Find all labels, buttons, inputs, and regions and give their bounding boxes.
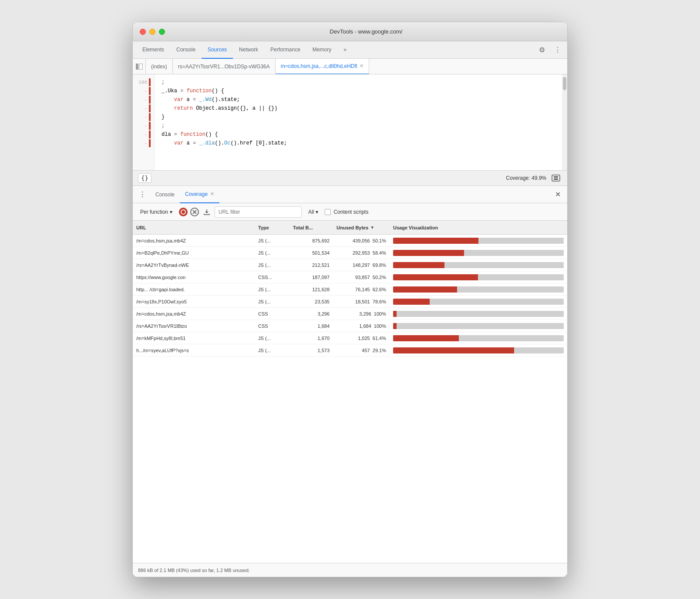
- panel-tab-coverage-close-icon[interactable]: ✕: [210, 191, 214, 197]
- content-scripts-checkbox[interactable]: [325, 209, 331, 215]
- coverage-panel-icon[interactable]: [550, 172, 562, 184]
- table-row[interactable]: /rs=AA2YrTssrVR1lBtzo CSS 1,684 1,684 10…: [133, 320, 567, 332]
- th-unused[interactable]: Unused Bytes ▼: [333, 225, 390, 230]
- format-button[interactable]: {}: [138, 173, 151, 183]
- th-type[interactable]: Type: [255, 225, 289, 230]
- file-tab-rs-label: rs=AA2YrTssrVR1...Obv1DSp-vWG36A: [178, 64, 270, 70]
- tab-performance[interactable]: Performance: [264, 41, 306, 59]
- close-button[interactable]: [140, 29, 146, 35]
- tab-sources[interactable]: Sources: [202, 41, 233, 59]
- td-type: JS (...: [255, 238, 289, 243]
- file-tab-m[interactable]: m=cdos,hsm,jsa,...c,dtl0hd,eHDfl ✕: [276, 59, 370, 74]
- td-viz: [390, 347, 567, 353]
- coverage-indicator: [149, 139, 151, 147]
- td-unused: 76,145 62.6%: [333, 287, 390, 292]
- url-filter-input[interactable]: [215, 206, 302, 218]
- viz-bar-container: [393, 347, 564, 353]
- file-tabs: (index) rs=AA2YrTssrVR1...Obv1DSp-vWG36A…: [133, 59, 567, 74]
- td-type: CSS: [255, 323, 289, 329]
- td-type: JS (...: [255, 336, 289, 341]
- record-button[interactable]: [179, 208, 188, 216]
- panel-tab-console[interactable]: Console: [150, 186, 180, 203]
- table-row[interactable]: /m=cdos,hsm,jsa,mb4Z CSS 3,296 3,296 100…: [133, 308, 567, 320]
- minimize-button[interactable]: [149, 29, 155, 35]
- table-row[interactable]: /rs=AA2YrTvBynad-nWE JS (... 212,521 148…: [133, 259, 567, 271]
- tab-network[interactable]: Network: [233, 41, 264, 59]
- viz-bar-used: [393, 274, 478, 280]
- table-row[interactable]: https://www.google.con CSS... 187,097 93…: [133, 271, 567, 283]
- line-number-180: 180: [133, 78, 154, 87]
- tab-console[interactable]: Console: [170, 41, 202, 59]
- coverage-indicator: [149, 122, 151, 130]
- td-type: JS (...: [255, 287, 289, 292]
- td-url: /m=B2qlPe,DhPYme,GU: [133, 250, 255, 256]
- file-tab-m-close-icon[interactable]: ✕: [360, 63, 363, 69]
- coverage-table: URL Type Total B... Unused Bytes ▼ Usage…: [133, 221, 567, 563]
- tab-more[interactable]: »: [337, 41, 353, 59]
- panel-tabs: ⋮ Console Coverage ✕ ✕: [133, 186, 567, 203]
- all-dropdown[interactable]: All ▾: [304, 207, 322, 217]
- td-viz: [390, 274, 567, 280]
- th-total[interactable]: Total B...: [289, 225, 333, 230]
- panel-tab-console-label: Console: [155, 192, 175, 198]
- coverage-indicator: [149, 113, 151, 121]
- code-line-2: _.Uka = function() {: [162, 87, 555, 95]
- export-button[interactable]: [202, 207, 212, 217]
- td-url: /m=cdos,hsm,jsa,mb4Z: [133, 238, 255, 243]
- per-function-label: Per function: [140, 209, 168, 215]
- svg-rect-0: [136, 64, 138, 70]
- code-line-8: var a = _.dla().Oc().href [0].state;: [162, 139, 555, 148]
- viz-bar-container: [393, 311, 564, 317]
- table-row[interactable]: /m=cdos,hsm,jsa,mb4Z JS (... 875,692 439…: [133, 235, 567, 247]
- code-content: ; _.Uka = function() { var a = _.Wd().st…: [155, 74, 562, 170]
- line-number-dash-1: -: [133, 87, 154, 95]
- tab-memory[interactable]: Memory: [306, 41, 337, 59]
- maximize-button[interactable]: [159, 29, 165, 35]
- viz-bar-container: [393, 299, 564, 305]
- title-bar: DevTools - www.google.com/: [133, 22, 567, 41]
- td-type: JS (...: [255, 299, 289, 304]
- vertical-scrollbar[interactable]: [562, 74, 567, 170]
- td-type: CSS...: [255, 275, 289, 280]
- panel-tab-coverage[interactable]: Coverage ✕: [180, 186, 219, 203]
- sidebar-toggle-icon[interactable]: [133, 59, 146, 74]
- table-row[interactable]: /m=kMFpHd,sy8l,bm51 JS (... 1,670 1,025 …: [133, 332, 567, 344]
- window-title: DevTools - www.google.com/: [172, 28, 560, 35]
- td-viz: [390, 323, 567, 329]
- tab-more-label: »: [343, 47, 347, 53]
- tab-console-label: Console: [176, 47, 195, 53]
- file-tab-rs[interactable]: rs=AA2YrTssrVR1...Obv1DSp-vWG36A: [173, 59, 276, 74]
- tab-memory-label: Memory: [313, 47, 331, 53]
- td-unused: 1,684 100%: [333, 323, 390, 329]
- table-row[interactable]: http... /cb=gapi.loaded. JS (... 121,628…: [133, 283, 567, 296]
- content-scripts-label: Content scripts: [325, 209, 368, 215]
- td-total: 3,296: [289, 311, 333, 316]
- coverage-indicator: [149, 78, 151, 86]
- td-type: JS (...: [255, 262, 289, 268]
- table-row[interactable]: /m=sy18x,P10Owf,syo5 JS (... 23,535 18,5…: [133, 296, 567, 308]
- panel-menu-icon[interactable]: ⋮: [136, 188, 148, 201]
- table-row[interactable]: h.../m=syev,aLUfP?xjs=s JS (... 1,573 45…: [133, 344, 567, 357]
- td-type: JS (...: [255, 348, 289, 353]
- file-tab-index[interactable]: (index): [146, 59, 173, 74]
- bottom-bar: {} Coverage: 49.9%: [133, 170, 567, 186]
- panel-close-icon[interactable]: ✕: [552, 188, 564, 201]
- td-total: 187,097: [289, 275, 333, 280]
- viz-bar-used: [393, 286, 457, 293]
- coverage-indicator: [149, 96, 151, 104]
- clear-button[interactable]: [190, 208, 199, 216]
- viz-bar-used: [393, 250, 464, 256]
- td-url: /rs=AA2YrTvBynad-nWE: [133, 262, 255, 268]
- scrollbar-thumb[interactable]: [563, 77, 566, 90]
- coverage-toolbar: Per function ▾ All ▾: [133, 203, 567, 221]
- more-options-icon[interactable]: ⋮: [552, 44, 564, 56]
- status-bar: 886 kB of 2.1 MB (43%) used so far, 1.2 …: [133, 563, 567, 577]
- viz-bar-used: [393, 238, 478, 244]
- tab-elements[interactable]: Elements: [136, 41, 170, 59]
- td-type: CSS: [255, 311, 289, 316]
- table-row[interactable]: /m=B2qlPe,DhPYme,GU JS (... 501,534 292,…: [133, 247, 567, 259]
- settings-icon[interactable]: ⚙: [536, 44, 548, 56]
- th-url[interactable]: URL: [133, 225, 255, 230]
- per-function-dropdown[interactable]: Per function ▾: [136, 207, 176, 217]
- td-url: /rs=AA2YrTssrVR1lBtzo: [133, 323, 255, 329]
